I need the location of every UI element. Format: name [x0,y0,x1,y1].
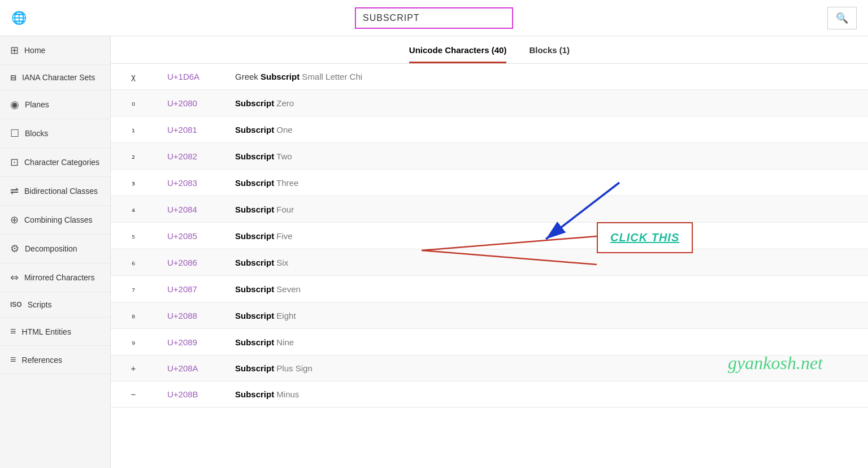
cell-code: U+2087 [156,276,224,302]
cell-char: ₁ [111,116,156,143]
bidi-icon: ⇌ [10,185,19,197]
cell-code: U+2083 [156,170,224,196]
html-entities-icon: ≡ [10,326,16,337]
table-row[interactable]: χU+1D6AGreek Subscript Small Letter Chi [111,64,868,90]
sidebar-label-planes: Planes [25,100,49,109]
char-categories-icon: ⊡ [10,156,19,168]
sidebar-label-iana: IANA Character Sets [22,73,95,82]
home-icon: ⊞ [10,44,19,57]
cell-name: Subscript One [224,116,868,143]
cell-name: Subscript Six [224,249,868,276]
search-wrapper [355,7,513,29]
cell-code: U+208A [156,356,224,382]
sidebar-item-blocks[interactable]: ☐ Blocks [0,119,110,148]
table-row[interactable]: ₀U+2080Subscript Zero [111,90,868,116]
cell-code: U+1D6A [156,64,224,90]
cell-char: χ [111,64,156,90]
cell-char: ₇ [111,276,156,302]
cell-name: Subscript Three [224,170,868,196]
sidebar-label-mirrored: Mirrored Characters [24,273,94,282]
cell-char: ₂ [111,143,156,170]
cell-char: ₆ [111,249,156,276]
scripts-icon: ISO [10,301,22,309]
cell-char: ₉ [111,329,156,356]
cell-code: U+2088 [156,302,224,329]
mirrored-icon: ⇔ [10,271,19,284]
table-row[interactable]: ₆U+2086Subscript Six [111,249,868,276]
table-row[interactable]: ₂U+2082Subscript Two [111,143,868,170]
sidebar-item-iana[interactable]: ⊟ IANA Character Sets [0,65,110,90]
cell-char: ₄ [111,196,156,223]
cell-name: Subscript Plus Sign [224,356,868,382]
sidebar-label-blocks: Blocks [25,129,48,138]
cell-code: U+2089 [156,329,224,356]
table-container: χU+1D6AGreek Subscript Small Letter Chi₀… [111,64,868,408]
sidebar-label-references: References [22,356,63,365]
header: 🌐 🔍 [0,0,868,36]
table-row[interactable]: ₉U+2089Subscript Nine [111,329,868,356]
planes-icon: ◉ [10,98,19,111]
sidebar-label-html-entities: HTML Entities [22,327,71,336]
tab-blocks[interactable]: Blocks (1) [529,45,570,63]
blocks-icon: ☐ [10,127,19,140]
cell-code: U+2081 [156,116,224,143]
cell-name: Subscript Nine [224,329,868,356]
cell-char: ₃ [111,170,156,196]
sidebar-label-bidi: Bidirectional Classes [24,187,98,196]
cell-name: Subscript Four [224,196,868,223]
combining-icon: ⊕ [10,214,19,226]
sidebar-item-html-entities[interactable]: ≡ HTML Entities [0,318,110,346]
iana-icon: ⊟ [10,73,16,82]
character-table: χU+1D6AGreek Subscript Small Letter Chi₀… [111,64,868,408]
cell-name: Subscript Seven [224,276,868,302]
cell-code: U+2080 [156,90,224,116]
table-row[interactable]: ₃U+2083Subscript Three [111,170,868,196]
table-row[interactable]: −U+208BSubscript Minus [111,382,868,408]
sidebar-label-decomp: Decomposition [25,244,77,253]
table-row[interactable]: ₅U+2085Subscript Five [111,223,868,249]
cell-name: Subscript Zero [224,90,868,116]
cell-code: U+2085 [156,223,224,249]
cell-name: Subscript Eight [224,302,868,329]
cell-name: Subscript Five [224,223,868,249]
search-input[interactable] [355,7,513,29]
cell-char: ₈ [111,302,156,329]
cell-char: − [111,382,156,408]
cell-name: Greek Subscript Small Letter Chi [224,64,868,90]
tabs-bar: Unicode Characters (40) Blocks (1) [111,36,868,64]
sidebar-item-mirrored[interactable]: ⇔ Mirrored Characters [0,263,110,292]
sidebar-label-home: Home [24,46,45,55]
sidebar-item-scripts[interactable]: ISO Scripts [0,292,110,318]
layout: ⊞ Home ⊟ IANA Character Sets ◉ Planes ☐ … [0,36,868,468]
globe-icon: 🌐 [11,11,27,25]
cell-char: ₀ [111,90,156,116]
table-row[interactable]: ₈U+2088Subscript Eight [111,302,868,329]
cell-char: + [111,356,156,382]
cell-code: U+2084 [156,196,224,223]
sidebar-item-char-categories[interactable]: ⊡ Character Categories [0,148,110,177]
main-content: Unicode Characters (40) Blocks (1) χU+1D… [111,36,868,468]
table-row[interactable]: ₁U+2081Subscript One [111,116,868,143]
decomp-icon: ⚙ [10,242,19,255]
cell-name: Subscript Two [224,143,868,170]
sidebar: ⊞ Home ⊟ IANA Character Sets ◉ Planes ☐ … [0,36,111,468]
sidebar-label-combining: Combining Classes [24,215,93,224]
sidebar-item-planes[interactable]: ◉ Planes [0,90,110,119]
cell-code: U+208B [156,382,224,408]
sidebar-item-references[interactable]: ≡ References [0,346,110,374]
table-row[interactable]: ₇U+2087Subscript Seven [111,276,868,302]
sidebar-label-scripts: Scripts [28,300,52,309]
sidebar-item-decomp[interactable]: ⚙ Decomposition [0,235,110,263]
tab-unicode-characters[interactable]: Unicode Characters (40) [409,45,507,63]
cell-name: Subscript Minus [224,382,868,408]
cell-code: U+2086 [156,249,224,276]
sidebar-item-bidi[interactable]: ⇌ Bidirectional Classes [0,177,110,206]
sidebar-item-combining[interactable]: ⊕ Combining Classes [0,206,110,235]
sidebar-label-char-categories: Character Categories [24,158,99,167]
search-button[interactable]: 🔍 [827,7,857,29]
table-row[interactable]: ₄U+2084Subscript Four [111,196,868,223]
table-row[interactable]: +U+208ASubscript Plus Sign [111,356,868,382]
references-icon: ≡ [10,354,16,366]
sidebar-item-home[interactable]: ⊞ Home [0,36,110,65]
cell-code: U+2082 [156,143,224,170]
